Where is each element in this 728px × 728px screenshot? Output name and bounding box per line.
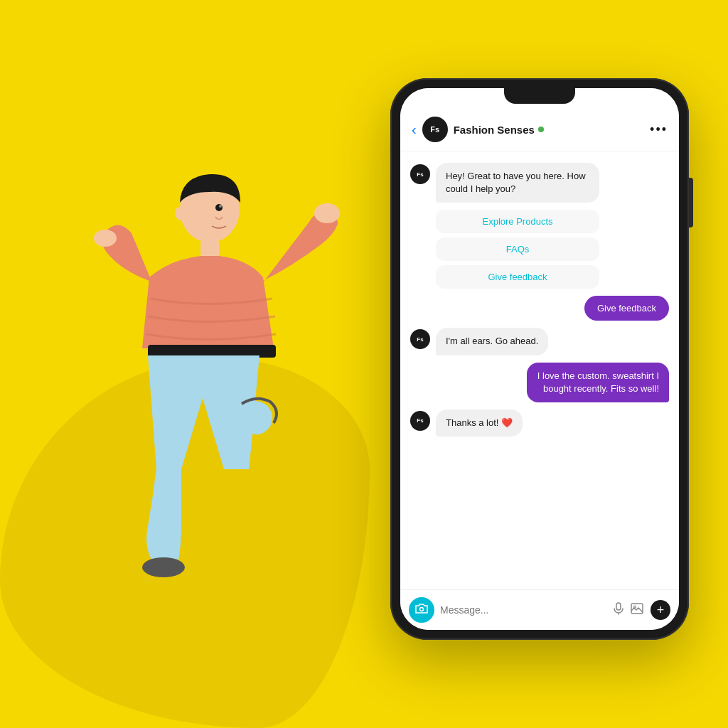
brand-avatar: Fs [422,117,448,142]
bot-avatar: Fs [410,164,430,184]
svg-point-0 [420,608,424,611]
message-input[interactable] [440,604,608,616]
header-info: Fashion Senses [454,124,650,136]
brand-name: Fashion Senses [454,124,650,136]
bot-avatar-2: Fs [410,329,430,349]
quick-reply-give-feedback[interactable]: Give feedback [436,265,599,289]
chat-body: Fs Hey! Great to have you here. How coul… [400,151,679,589]
input-icons: + [614,600,670,620]
bot-message-1: Fs Hey! Great to have you here. How coul… [410,163,669,203]
bot-message-2: Fs I'm all ears. Go ahead. [410,328,669,355]
user-feedback-bubble: Give feedback [584,296,669,321]
svg-point-12 [215,204,223,211]
svg-rect-1 [616,603,621,610]
image-icon[interactable] [631,603,643,617]
bot-message-3: Fs Thanks a lot! ❤️ [410,410,669,437]
bot-thanks-bubble: Thanks a lot! ❤️ [436,410,523,437]
quick-reply-explore-products[interactable]: Explore Products [436,210,599,233]
bot-bubble-text: Hey! Great to have you here. How could I… [436,163,599,203]
bot-avatar-3: Fs [410,411,430,431]
svg-point-8 [314,203,340,223]
svg-point-9 [94,230,117,247]
online-status-dot [538,127,544,132]
bot-bubble-ears: I'm all ears. Go ahead. [436,328,548,355]
person-illustration [43,128,355,661]
phone-mockup: ‹ Fs Fashion Senses ••• Fs Hey! Great [390,78,689,640]
svg-point-11 [142,557,185,577]
more-options-button[interactable]: ••• [650,122,668,137]
svg-point-13 [219,205,222,208]
add-icon: + [657,604,665,616]
back-button[interactable]: ‹ [412,122,417,138]
user-message-feedback-pill: Give feedback [410,296,669,321]
quick-reply-faqs[interactable]: FAQs [436,237,599,261]
chat-input-bar: + [400,589,679,630]
quick-replies-group: Explore Products FAQs Give feedback [436,210,669,289]
phone-screen: ‹ Fs Fashion Senses ••• Fs Hey! Great [400,88,679,630]
mic-icon[interactable] [614,602,623,618]
camera-button[interactable] [409,597,434,623]
user-message-sweatshirt: I love the custom. sweatshirt I bought r… [410,363,669,402]
camera-icon [415,604,428,616]
svg-point-6 [175,207,185,220]
add-button[interactable]: + [651,600,670,620]
phone-notch [504,88,575,104]
user-sweatshirt-bubble: I love the custom. sweatshirt I bought r… [527,363,669,402]
